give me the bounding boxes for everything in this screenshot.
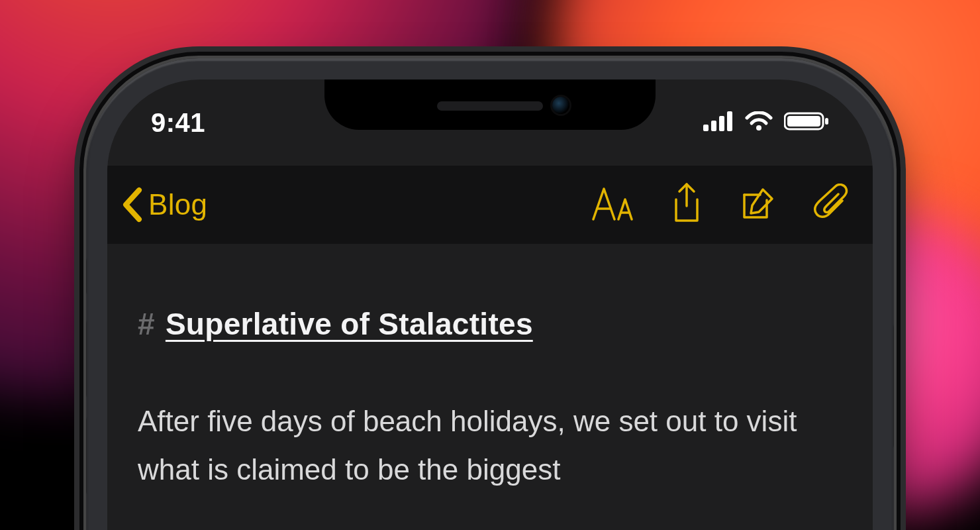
- notch: [324, 80, 656, 130]
- back-button[interactable]: Blog: [118, 185, 207, 225]
- heading-marker: #: [138, 306, 155, 342]
- status-time: 9:41: [151, 108, 205, 138]
- front-camera: [552, 97, 569, 114]
- svg-rect-7: [825, 118, 828, 125]
- attachment-button[interactable]: [813, 184, 850, 226]
- svg-point-4: [756, 125, 761, 131]
- battery-icon: [784, 111, 829, 134]
- heading: # Superlative of Stalactites: [138, 306, 842, 342]
- svg-rect-2: [719, 116, 724, 131]
- nav-actions: [591, 182, 850, 227]
- text-format-icon: [591, 186, 634, 223]
- wifi-icon: [744, 111, 773, 134]
- svg-rect-0: [703, 125, 709, 131]
- chevron-left-icon: [118, 185, 148, 225]
- compose-button[interactable]: [739, 184, 777, 225]
- share-button[interactable]: [670, 182, 703, 227]
- compose-icon: [739, 184, 777, 225]
- navbar: Blog: [107, 166, 873, 244]
- earpiece-speaker: [437, 101, 543, 111]
- share-icon: [670, 182, 703, 227]
- svg-rect-6: [787, 116, 820, 127]
- editor-content[interactable]: # Superlative of Stalactites After five …: [107, 244, 873, 494]
- heading-text: Superlative of Stalactites: [166, 306, 533, 342]
- phone-frame: 9:41: [86, 58, 894, 530]
- screen: 9:41: [107, 80, 873, 530]
- svg-rect-1: [711, 121, 716, 131]
- body-paragraph: After five days of beach holidays, we se…: [138, 398, 842, 494]
- svg-rect-3: [727, 111, 732, 131]
- paperclip-icon: [813, 184, 850, 226]
- cellular-signal-icon: [703, 111, 734, 134]
- text-format-button[interactable]: [591, 186, 634, 223]
- back-label: Blog: [148, 188, 207, 221]
